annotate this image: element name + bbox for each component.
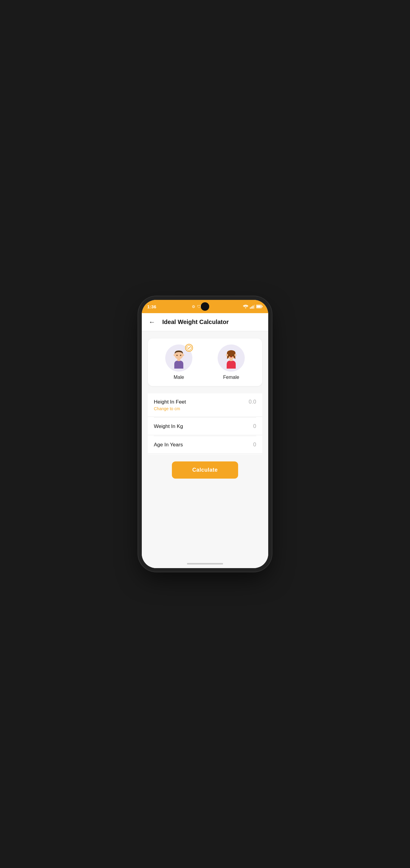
phone-frame: 1:36 ⚙ 🛡 📋 bbox=[142, 300, 268, 568]
svg-rect-1 bbox=[251, 307, 252, 309]
status-bar: 1:36 ⚙ 🛡 📋 bbox=[142, 300, 268, 313]
height-value: 0.0 bbox=[249, 399, 256, 405]
app-title: Ideal Weight Calculator bbox=[162, 318, 229, 326]
weight-value: 0 bbox=[253, 423, 256, 430]
camera-notch bbox=[201, 302, 209, 311]
svg-point-19 bbox=[232, 355, 234, 356]
age-value: 0 bbox=[253, 441, 256, 448]
height-field-row[interactable]: Height In Feet 0.0 Change to cm bbox=[148, 393, 262, 417]
gender-option-female[interactable]: Female bbox=[218, 344, 245, 380]
back-button[interactable]: ← bbox=[147, 317, 158, 328]
male-check-badge bbox=[185, 344, 193, 352]
svg-point-12 bbox=[180, 355, 181, 356]
status-time: 1:36 bbox=[147, 304, 156, 309]
height-field-header: Height In Feet 0.0 bbox=[154, 399, 256, 405]
calculate-button[interactable]: Calculate bbox=[172, 461, 238, 478]
gender-option-male[interactable]: Male bbox=[165, 344, 192, 380]
svg-rect-3 bbox=[254, 305, 255, 309]
settings-icon: ⚙ bbox=[192, 304, 195, 309]
wifi-icon bbox=[243, 305, 248, 309]
male-avatar-wrapper bbox=[165, 344, 192, 372]
svg-rect-10 bbox=[177, 359, 180, 361]
change-to-cm-link[interactable]: Change to cm bbox=[154, 406, 256, 411]
height-label: Height In Feet bbox=[154, 399, 186, 405]
age-field-row[interactable]: Age In Years 0 bbox=[148, 436, 262, 454]
age-field-header: Age In Years 0 bbox=[154, 441, 256, 448]
weight-label: Weight In Kg bbox=[154, 424, 183, 430]
weight-field-header: Weight In Kg 0 bbox=[154, 423, 256, 430]
gender-selector-card: Male bbox=[148, 338, 262, 386]
svg-rect-0 bbox=[250, 307, 251, 309]
svg-point-9 bbox=[182, 354, 184, 356]
svg-point-16 bbox=[235, 354, 237, 356]
shield-icon: 🛡 bbox=[197, 304, 201, 309]
weight-field-row[interactable]: Weight In Kg 0 bbox=[148, 418, 262, 435]
app-bar: ← Ideal Weight Calculator bbox=[142, 313, 268, 331]
svg-point-8 bbox=[174, 354, 176, 356]
female-avatar bbox=[218, 344, 245, 372]
svg-rect-6 bbox=[257, 306, 261, 308]
back-arrow-icon: ← bbox=[149, 318, 155, 326]
battery-icon bbox=[256, 305, 263, 308]
main-content: Male bbox=[142, 331, 268, 568]
svg-point-15 bbox=[226, 354, 228, 356]
age-label: Age In Years bbox=[154, 442, 183, 448]
status-right-icons bbox=[243, 305, 263, 309]
female-avatar-svg bbox=[221, 347, 242, 369]
svg-point-11 bbox=[176, 355, 178, 356]
signal-icon bbox=[250, 305, 255, 309]
home-bar bbox=[187, 563, 223, 564]
svg-rect-5 bbox=[262, 306, 263, 307]
female-avatar-wrapper bbox=[218, 344, 245, 372]
svg-rect-2 bbox=[252, 306, 253, 309]
fields-container: Height In Feet 0.0 Change to cm Weight I… bbox=[148, 393, 262, 454]
svg-rect-17 bbox=[230, 359, 233, 361]
svg-point-18 bbox=[229, 355, 230, 356]
male-label: Male bbox=[174, 375, 184, 380]
female-label: Female bbox=[223, 375, 239, 380]
